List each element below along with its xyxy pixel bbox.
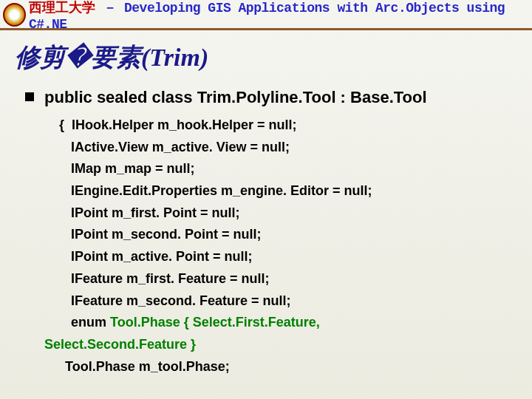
- code-line: { IHook.Helper m_hook.Helper = null;: [71, 115, 532, 137]
- header-bar: 西理工大学 － Developing GIS Applications with…: [0, 0, 532, 27]
- header-text: 西理工大学 － Developing GIS Applications with…: [29, 0, 532, 32]
- code-line: Tool.Phase m_tool.Phase;: [65, 356, 532, 378]
- code-line: IPoint m_active. Point = null;: [71, 246, 532, 268]
- code-line: IFeature m_second. Feature = null;: [71, 290, 532, 313]
- enum-keyword: enum: [71, 315, 106, 330]
- header-separator: －: [103, 0, 117, 15]
- square-bullet-icon: [25, 92, 34, 101]
- code-enum-line: enum Tool.Phase { Select.First.Feature,: [71, 312, 532, 334]
- code-block: { IHook.Helper m_hook.Helper = null; IAc…: [25, 115, 532, 378]
- code-line: IPoint m_second. Point = null;: [71, 224, 532, 246]
- slide-title: 修剪�要素(Trim): [15, 41, 532, 75]
- code-line: IPoint m_first. Point = null;: [71, 202, 532, 225]
- header-chinese: 西理工大学: [29, 0, 95, 15]
- open-brace: {: [59, 115, 64, 137]
- code-line: IFeature m_first. Feature = null;: [71, 268, 532, 290]
- code-line: IMap m_map = null;: [71, 158, 532, 180]
- class-declaration: public sealed class Trim.Polyline.Tool :…: [44, 88, 427, 107]
- content-area: public sealed class Trim.Polyline.Tool :…: [0, 88, 532, 378]
- code-text: IHook.Helper m_hook.Helper = null;: [72, 117, 297, 132]
- enum-body: Tool.Phase { Select.First.Feature,: [106, 315, 320, 330]
- university-logo: [3, 3, 26, 27]
- bullet-item: public sealed class Trim.Polyline.Tool :…: [25, 88, 532, 107]
- code-enum-continuation: Select.Second.Feature }: [44, 334, 532, 356]
- code-line: IActive.View m_active. View = null;: [71, 137, 532, 159]
- code-line: IEngine.Edit.Properties m_engine. Editor…: [71, 180, 532, 202]
- header-english: Developing GIS Applications with Arc.Obj…: [29, 1, 505, 32]
